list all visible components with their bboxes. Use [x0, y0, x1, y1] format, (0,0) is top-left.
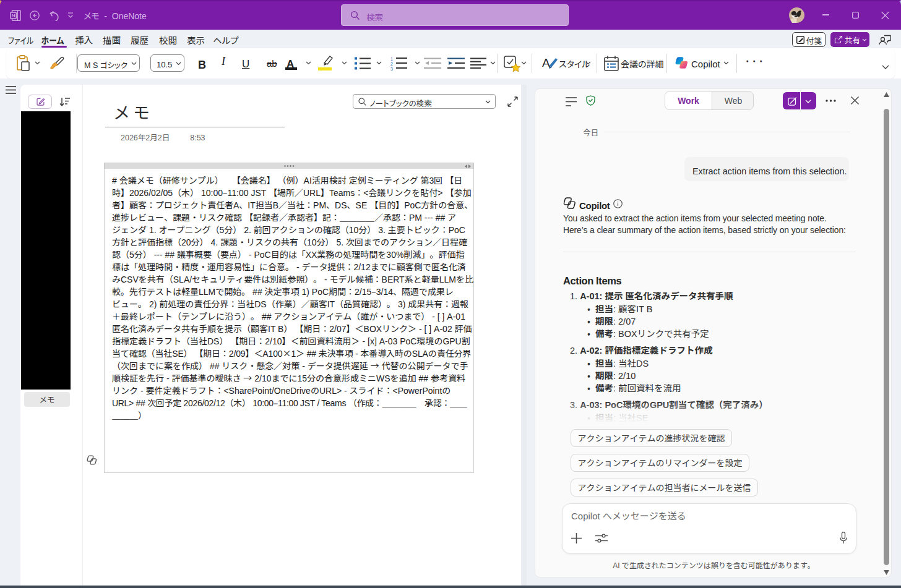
svg-text:3: 3 — [390, 67, 393, 71]
svg-text:2: 2 — [390, 62, 393, 66]
svg-text:A: A — [542, 56, 550, 69]
svg-text:1: 1 — [390, 57, 393, 61]
